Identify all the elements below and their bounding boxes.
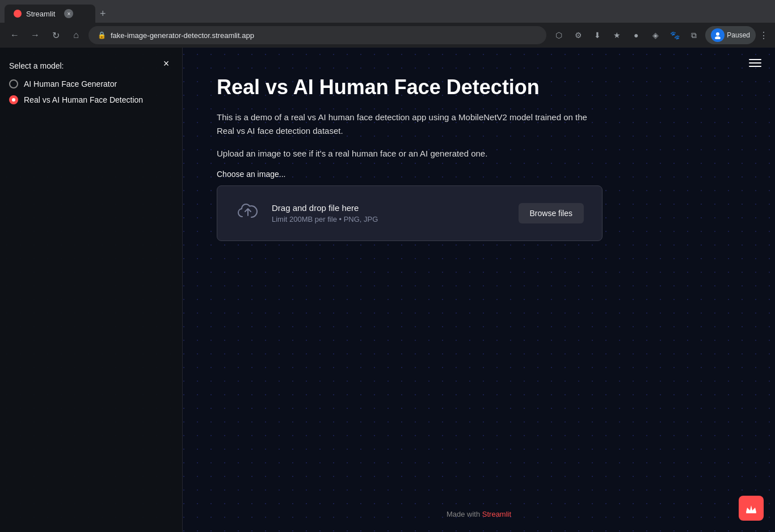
upload-left: Drag and drop file here Limit 200MB per … <box>235 200 378 227</box>
hamburger-menu-button[interactable] <box>747 57 764 69</box>
svg-point-0 <box>716 32 719 36</box>
file-upload-area[interactable]: Drag and drop file here Limit 200MB per … <box>217 185 603 241</box>
main-content: Real vs AI Human Face Detection This is … <box>183 48 775 532</box>
nav-icons: ⬡ ⚙ ⬇ ★ ● ◈ 🐾 ⧉ Paused ⋮ <box>551 26 768 44</box>
app-container: × Select a model: AI Human Face Generato… <box>0 48 775 532</box>
description-2: Upload an image to see if it's a real hu… <box>217 147 603 161</box>
sidebar: × Select a model: AI Human Face Generato… <box>0 48 183 532</box>
new-tab-button[interactable]: + <box>95 8 111 20</box>
radio-label-ai-generator: AI Human Face Generator <box>24 79 117 88</box>
settings-icon[interactable]: ⚙ <box>570 27 586 43</box>
address-bar[interactable]: 🔒 fake-image-generator-detector.streamli… <box>89 26 546 44</box>
extensions-icon[interactable]: ⧉ <box>686 27 702 43</box>
radio-circle-ai-generator <box>9 79 18 88</box>
svg-rect-2 <box>746 512 756 513</box>
radio-circle-real-vs-ai <box>9 95 18 104</box>
lock-icon: 🔒 <box>98 31 106 39</box>
radio-option-ai-generator[interactable]: AI Human Face Generator <box>9 79 173 88</box>
back-button[interactable]: ← <box>7 27 23 43</box>
radio-label-real-vs-ai: Real vs AI Human Face Detection <box>24 95 143 104</box>
upload-cloud-icon <box>235 200 260 227</box>
description-1: This is a demo of a real vs AI human fac… <box>217 111 603 138</box>
hamburger-line-2 <box>749 62 761 64</box>
file-limit-text: Limit 200MB per file • PNG, JPG <box>272 215 378 223</box>
tab-favicon <box>14 10 22 18</box>
drag-drop-text: Drag and drop file here <box>272 203 378 213</box>
extension1-icon[interactable]: ● <box>628 27 644 43</box>
sidebar-close-button[interactable]: × <box>159 57 173 70</box>
url-text: fake-image-generator-detector.streamlit.… <box>111 31 254 40</box>
cast-icon[interactable]: ⬡ <box>551 27 567 43</box>
crown-badge-button[interactable] <box>739 496 764 521</box>
forward-button[interactable]: → <box>27 27 43 43</box>
hamburger-line-1 <box>749 59 761 60</box>
tab-close-button[interactable]: × <box>64 9 73 18</box>
profile-icon <box>711 28 725 42</box>
footer-text: Made with <box>447 510 482 518</box>
upload-text-block: Drag and drop file here Limit 200MB per … <box>272 203 378 223</box>
tab-bar: Streamlit × + <box>0 0 775 23</box>
paused-label: Paused <box>727 31 750 39</box>
footer-streamlit-link[interactable]: Streamlit <box>482 510 511 518</box>
nav-bar: ← → ↻ ⌂ 🔒 fake-image-generator-detector.… <box>0 23 775 48</box>
browser-chrome: Streamlit × + ← → ↻ ⌂ 🔒 fake-image-gener… <box>0 0 775 48</box>
active-tab[interactable]: Streamlit × <box>5 5 95 23</box>
download-icon[interactable]: ⬇ <box>589 27 605 43</box>
upload-label: Choose an image... <box>217 170 741 179</box>
radio-option-real-vs-ai[interactable]: Real vs AI Human Face Detection <box>9 95 173 104</box>
svg-point-1 <box>715 36 721 39</box>
model-select-label: Select a model: <box>9 61 173 70</box>
extension2-icon[interactable]: ◈ <box>647 27 663 43</box>
refresh-button[interactable]: ↻ <box>48 27 64 43</box>
browse-files-button[interactable]: Browse files <box>519 203 584 223</box>
app-footer: Made with Streamlit <box>447 510 511 518</box>
home-button[interactable]: ⌂ <box>68 27 84 43</box>
tab-title: Streamlit <box>26 10 55 18</box>
browser-menu-button[interactable]: ⋮ <box>759 30 768 41</box>
page-title: Real vs AI Human Face Detection <box>217 75 741 99</box>
bookmark-icon[interactable]: ★ <box>609 27 625 43</box>
extension3-icon[interactable]: 🐾 <box>667 27 683 43</box>
paused-button[interactable]: Paused <box>705 26 756 44</box>
hamburger-line-3 <box>749 66 761 67</box>
